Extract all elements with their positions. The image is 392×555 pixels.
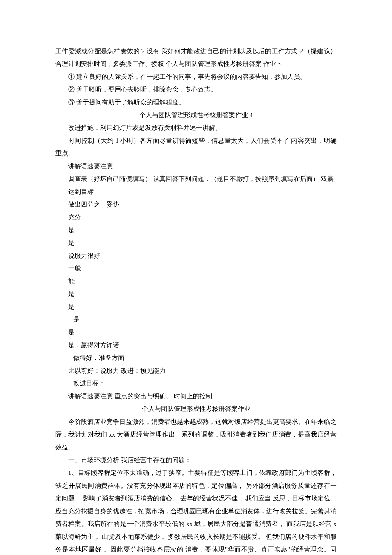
answer-yes-4: 是 bbox=[55, 300, 337, 313]
hotel-intro-para: 今阶段酒店业竞争日益激烈，消费者也越来越成熟，这就对饭店经营提出更高要求。在年来… bbox=[55, 415, 337, 454]
section-title-4: 个人与团队管理形成性考核册答案作业 4 bbox=[55, 109, 337, 121]
list-item-3: ③ 善于提问有助于了解听众的理解程度。 bbox=[55, 96, 337, 109]
problem-1-para: 1、目标顾客群定位不太准确，过于狭窄。主要特征是等顾客上门，依靠政府部门为主顾客… bbox=[55, 466, 337, 555]
improve-goal-content: 讲解语速要注意 重点的突出与明确、 时间上的控制 bbox=[55, 390, 337, 403]
answer-yes-6: 是 bbox=[55, 326, 337, 339]
answer-yes-5: 是 bbox=[55, 313, 337, 326]
improve-line: 改进措施：利用幻灯片或是发放有关材料并逐一讲解。 bbox=[55, 121, 337, 134]
persuade-good: 说服力很好 bbox=[55, 249, 337, 262]
answer-yes-2: 是 bbox=[55, 236, 337, 249]
survey-line: 调查表（好坏自己随便填写） 认真回答下列问题：（题目不愿打，按照序列填写在后面）… bbox=[55, 173, 337, 185]
answer-normal: 一般 bbox=[55, 262, 337, 275]
answer-yes-promise: 是，赢得对方许诺 bbox=[55, 339, 337, 351]
better-than-before: 比以前好：说服力 改进：预见能力 bbox=[55, 364, 337, 377]
improve-goal-label: 改进目标： bbox=[55, 377, 337, 390]
doc-intro-line1: 工作委派或分配是怎样奏效的？没有 我如何才能改进自己的计划以及以后的工作方式？（… bbox=[55, 45, 337, 70]
time-control-line: 时间控制（大约 1 小时）各方面尽量讲得简短些，信息量太大，人们会受不了 内容突… bbox=[55, 134, 337, 160]
answer-yes-1: 是 bbox=[55, 224, 337, 236]
market-analysis-heading: 一、市场环境分析 我店经营中存在的问题： bbox=[55, 454, 337, 466]
did-well-line: 做得好：准备方面 bbox=[55, 351, 337, 364]
section-title-next: 个人与团队管理形成性考核册答案作业 bbox=[55, 403, 337, 415]
compromise-line: 做出四分之一妥协 bbox=[55, 198, 337, 211]
speed-note-line: 讲解语速要注意 bbox=[55, 160, 337, 173]
reach-goal-line: 达到目标 bbox=[55, 185, 337, 198]
answer-yes-3: 是 bbox=[55, 288, 337, 300]
list-item-1: ① 建立良好的人际关系，在一起工作的同事，事先将会议的内容要告知，参加人员。 bbox=[55, 70, 337, 83]
answer-full: 充分 bbox=[55, 211, 337, 224]
answer-can: 能 bbox=[55, 275, 337, 288]
list-item-2: ② 善于聆听，要用心去聆听，排除杂念，专心致志。 bbox=[55, 83, 337, 96]
